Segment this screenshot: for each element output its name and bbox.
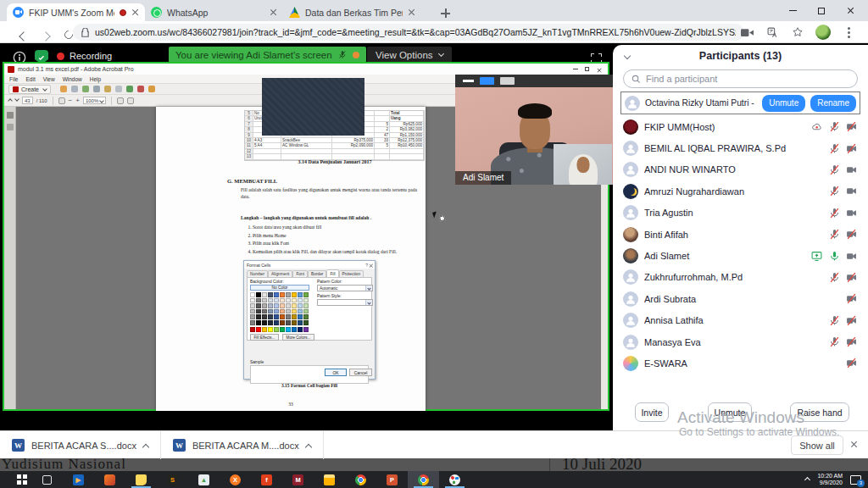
taskbar-slot[interactable]: ▲ bbox=[188, 471, 220, 488]
participant-row[interactable]: ANDI NUR WINARTO bbox=[613, 159, 868, 180]
foxit-reader-icon[interactable]: f bbox=[261, 474, 272, 485]
minimize-video-icon[interactable] bbox=[463, 80, 474, 82]
browser-tab[interactable]: Data dan Berkas Tim Pengabdian bbox=[283, 3, 421, 21]
reload-icon[interactable] bbox=[64, 27, 73, 42]
close-icon[interactable] bbox=[836, 0, 865, 21]
taskbar-slot[interactable] bbox=[345, 471, 376, 488]
back-icon[interactable] bbox=[20, 28, 27, 43]
taskbar-slot[interactable]: P bbox=[376, 471, 408, 488]
next-page-icon[interactable] bbox=[14, 97, 19, 102]
maximize-icon[interactable] bbox=[807, 0, 836, 21]
browser-tab[interactable]: WhatsApp bbox=[145, 3, 283, 21]
menu-window[interactable]: Window bbox=[63, 76, 82, 82]
paint-icon[interactable] bbox=[449, 474, 460, 485]
layout-active-icon[interactable] bbox=[480, 77, 494, 85]
previous-page-icon[interactable] bbox=[8, 98, 13, 103]
downloads-close-icon[interactable] bbox=[850, 441, 858, 448]
tab-close-icon[interactable] bbox=[131, 8, 139, 16]
self-view-pip[interactable] bbox=[554, 144, 612, 185]
taskbar-slot[interactable] bbox=[125, 471, 157, 488]
hand-tool-icon[interactable] bbox=[58, 97, 65, 104]
address-bar[interactable]: us02web.zoom.us/wc/84366027981/join?trac… bbox=[73, 24, 744, 41]
download-menu-icon[interactable] bbox=[304, 443, 311, 450]
participant-row[interactable]: Adi Slamet bbox=[613, 245, 868, 266]
download-item[interactable]: WBERITA ACARA S....docx bbox=[0, 431, 161, 459]
rename-button[interactable]: Rename bbox=[810, 95, 856, 112]
print-icon[interactable] bbox=[93, 86, 100, 92]
forward-icon[interactable] bbox=[42, 28, 49, 43]
acrobat-sidebar[interactable] bbox=[4, 107, 16, 409]
menu-view[interactable]: View bbox=[43, 76, 55, 82]
participant-row[interactable]: Binti Afifah bbox=[613, 224, 868, 245]
view-options-button[interactable]: View Options bbox=[367, 47, 452, 63]
menu-help[interactable]: Help bbox=[90, 76, 101, 82]
zoom-in-icon[interactable]: + bbox=[75, 97, 80, 104]
scroll-mode-icon[interactable] bbox=[117, 97, 124, 104]
taskbar-slot[interactable]: X bbox=[220, 471, 251, 488]
taskbar-slot[interactable] bbox=[314, 471, 345, 488]
download-menu-icon[interactable] bbox=[142, 443, 149, 450]
taskbar-slot[interactable] bbox=[31, 471, 63, 488]
image-editor-icon[interactable]: ▲ bbox=[198, 474, 209, 485]
participant-row[interactable]: BEMIL AL IQBAL PRAWIRA, S.Pd bbox=[613, 137, 868, 158]
sign-icon[interactable] bbox=[115, 86, 122, 92]
participant-row[interactable]: FKIP UMM(Host) bbox=[613, 116, 868, 137]
create-button[interactable]: Create bbox=[8, 85, 51, 94]
taskbar-clock[interactable]: 10:20 AM 9/9/2020 bbox=[817, 473, 843, 486]
matlab-icon[interactable] bbox=[104, 474, 115, 485]
browser-menu-icon[interactable] bbox=[836, 31, 861, 34]
footer-unmute-button[interactable]: Unmute bbox=[708, 402, 752, 422]
tray-expand-icon[interactable] bbox=[804, 476, 810, 482]
layout-inactive-icon[interactable] bbox=[500, 77, 515, 85]
translate-icon[interactable] bbox=[760, 27, 785, 38]
download-item[interactable]: WBERITA ACARA M....docx bbox=[161, 431, 324, 459]
notification-center-icon[interactable]: 3 bbox=[850, 475, 861, 485]
share-review-icon[interactable] bbox=[82, 86, 89, 92]
participant-row[interactable]: E-SWARA bbox=[613, 352, 868, 374]
participant-search-input[interactable]: Find a participant bbox=[623, 69, 858, 88]
sublime-text-icon[interactable]: S bbox=[167, 474, 178, 485]
tab-close-icon[interactable] bbox=[270, 8, 277, 16]
participant-row[interactable]: Tria Agustin bbox=[613, 202, 868, 224]
taskbar-slot[interactable] bbox=[408, 471, 439, 488]
taskbar-slot[interactable]: S bbox=[157, 471, 188, 488]
page-number-input[interactable]: 43 bbox=[22, 97, 33, 104]
media-player-icon[interactable]: ▶ bbox=[73, 474, 84, 485]
chrome-icon[interactable] bbox=[355, 474, 366, 485]
recording-indicator[interactable]: Recording bbox=[57, 51, 112, 61]
zoom-level-select[interactable]: 100% bbox=[83, 97, 106, 104]
app-m-icon[interactable]: M bbox=[292, 474, 303, 485]
invite-button[interactable]: Invite bbox=[635, 402, 669, 422]
xampp-icon[interactable]: X bbox=[230, 474, 241, 485]
task-view-icon[interactable] bbox=[42, 475, 52, 485]
tab-close-icon[interactable] bbox=[408, 8, 415, 16]
powerpoint-icon[interactable]: P bbox=[387, 474, 398, 485]
save-icon[interactable] bbox=[71, 86, 78, 92]
profile-avatar[interactable] bbox=[810, 25, 836, 40]
new-tab-button[interactable] bbox=[441, 8, 450, 18]
zoom-out-icon[interactable]: − bbox=[69, 97, 73, 104]
raise-hand-button[interactable]: Raise hand bbox=[790, 402, 849, 422]
participant-row[interactable]: Amruzi Nugrahardiawan bbox=[613, 180, 868, 202]
unmute-button[interactable]: Unmute bbox=[762, 95, 805, 112]
participant-row[interactable]: Zukhrufurrohmah, M.Pd bbox=[613, 267, 868, 288]
menu-edit[interactable]: Edit bbox=[25, 76, 35, 82]
bookmark-star-icon[interactable] bbox=[785, 26, 810, 38]
participant-me-row[interactable]: Octavina Rizky Utami Putri - U... (Me) U… bbox=[620, 92, 860, 114]
file-explorer-icon[interactable] bbox=[324, 474, 335, 485]
open-file-icon[interactable] bbox=[60, 86, 67, 92]
taskbar-slot[interactable]: ▶ bbox=[63, 471, 94, 488]
show-all-button[interactable]: Show all bbox=[791, 435, 843, 455]
url-text[interactable]: us02web.zoom.us/wc/84366027981/join?trac… bbox=[95, 27, 736, 37]
stamp-icon[interactable] bbox=[148, 86, 155, 92]
taskbar-slot[interactable] bbox=[0, 471, 31, 488]
taskbar-slot[interactable] bbox=[94, 471, 125, 488]
start-icon[interactable] bbox=[17, 474, 21, 479]
menu-file[interactable]: File bbox=[9, 76, 18, 82]
sticky-notes-icon[interactable] bbox=[136, 474, 147, 485]
taskbar-slot[interactable] bbox=[439, 471, 470, 488]
participant-row[interactable]: Annisa Lathifa bbox=[613, 310, 868, 331]
email-icon[interactable] bbox=[104, 86, 111, 92]
participant-row[interactable]: Ardi Subrata bbox=[613, 288, 868, 309]
comment-icon[interactable] bbox=[126, 86, 133, 92]
